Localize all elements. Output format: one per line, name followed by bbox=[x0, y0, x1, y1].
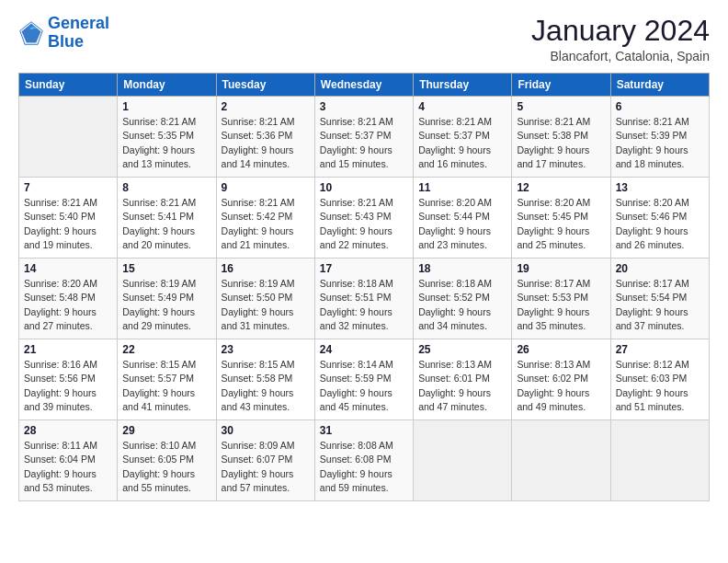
day-info: Sunrise: 8:10 AMSunset: 6:05 PMDaylight:… bbox=[122, 439, 210, 495]
calendar-cell bbox=[19, 97, 118, 178]
day-number: 26 bbox=[517, 343, 605, 356]
day-number: 22 bbox=[122, 343, 210, 356]
calendar-week-5: 28Sunrise: 8:11 AMSunset: 6:04 PMDayligh… bbox=[19, 420, 710, 501]
day-info: Sunrise: 8:11 AMSunset: 6:04 PMDaylight:… bbox=[24, 439, 112, 495]
calendar-week-4: 21Sunrise: 8:16 AMSunset: 5:56 PMDayligh… bbox=[19, 339, 710, 420]
day-info: Sunrise: 8:15 AMSunset: 5:58 PMDaylight:… bbox=[222, 358, 310, 414]
day-number: 17 bbox=[320, 262, 408, 275]
day-number: 8 bbox=[122, 181, 210, 194]
day-number: 11 bbox=[418, 181, 506, 194]
day-info: Sunrise: 8:18 AMSunset: 5:52 PMDaylight:… bbox=[418, 277, 506, 333]
day-info: Sunrise: 8:21 AMSunset: 5:37 PMDaylight:… bbox=[320, 115, 408, 171]
day-info: Sunrise: 8:17 AMSunset: 5:54 PMDaylight:… bbox=[616, 277, 704, 333]
day-info: Sunrise: 8:13 AMSunset: 6:02 PMDaylight:… bbox=[517, 358, 605, 414]
calendar-cell bbox=[610, 420, 709, 501]
weekday-header-tuesday: Tuesday bbox=[216, 74, 314, 97]
day-number: 10 bbox=[320, 181, 408, 194]
location: Blancafort, Catalonia, Spain bbox=[531, 49, 710, 63]
day-info: Sunrise: 8:21 AMSunset: 5:41 PMDaylight:… bbox=[122, 196, 210, 252]
day-number: 31 bbox=[320, 424, 408, 437]
day-number: 29 bbox=[122, 424, 210, 437]
day-number: 23 bbox=[222, 343, 310, 356]
page: General Blue January 2024 Blancafort, Ca… bbox=[0, 0, 728, 563]
calendar-cell: 7Sunrise: 8:21 AMSunset: 5:40 PMDaylight… bbox=[19, 178, 118, 259]
calendar-cell: 17Sunrise: 8:18 AMSunset: 5:51 PMDayligh… bbox=[314, 259, 413, 339]
day-number: 20 bbox=[616, 262, 704, 275]
weekday-header-monday: Monday bbox=[118, 74, 216, 97]
calendar-cell: 27Sunrise: 8:12 AMSunset: 6:03 PMDayligh… bbox=[610, 339, 709, 420]
month-title: January 2024 bbox=[531, 15, 710, 47]
calendar-cell: 24Sunrise: 8:14 AMSunset: 5:59 PMDayligh… bbox=[314, 339, 413, 420]
calendar-cell: 30Sunrise: 8:09 AMSunset: 6:07 PMDayligh… bbox=[216, 420, 314, 501]
weekday-header-saturday: Saturday bbox=[610, 74, 709, 97]
day-info: Sunrise: 8:21 AMSunset: 5:40 PMDaylight:… bbox=[24, 196, 112, 252]
calendar-cell: 3Sunrise: 8:21 AMSunset: 5:37 PMDaylight… bbox=[314, 97, 413, 178]
weekday-header-sunday: Sunday bbox=[19, 74, 118, 97]
day-info: Sunrise: 8:12 AMSunset: 6:03 PMDaylight:… bbox=[616, 358, 704, 414]
day-number: 25 bbox=[418, 343, 506, 356]
day-number: 19 bbox=[517, 262, 605, 275]
weekday-header-wednesday: Wednesday bbox=[314, 74, 413, 97]
day-number: 30 bbox=[222, 424, 310, 437]
calendar-cell: 10Sunrise: 8:21 AMSunset: 5:43 PMDayligh… bbox=[314, 178, 413, 259]
day-info: Sunrise: 8:08 AMSunset: 6:08 PMDaylight:… bbox=[320, 439, 408, 495]
title-block: January 2024 Blancafort, Catalonia, Spai… bbox=[531, 15, 710, 63]
day-info: Sunrise: 8:14 AMSunset: 5:59 PMDaylight:… bbox=[320, 358, 408, 414]
day-info: Sunrise: 8:16 AMSunset: 5:56 PMDaylight:… bbox=[24, 358, 112, 414]
day-number: 13 bbox=[616, 181, 704, 194]
svg-marker-0 bbox=[22, 23, 41, 42]
day-number: 12 bbox=[517, 181, 605, 194]
calendar-cell: 21Sunrise: 8:16 AMSunset: 5:56 PMDayligh… bbox=[19, 339, 118, 420]
calendar: SundayMondayTuesdayWednesdayThursdayFrid… bbox=[18, 73, 710, 501]
calendar-cell: 8Sunrise: 8:21 AMSunset: 5:41 PMDaylight… bbox=[118, 178, 216, 259]
day-info: Sunrise: 8:21 AMSunset: 5:35 PMDaylight:… bbox=[122, 115, 210, 171]
day-number: 21 bbox=[24, 343, 112, 356]
calendar-cell: 18Sunrise: 8:18 AMSunset: 5:52 PMDayligh… bbox=[414, 259, 512, 339]
day-number: 14 bbox=[24, 262, 112, 275]
calendar-week-2: 7Sunrise: 8:21 AMSunset: 5:40 PMDaylight… bbox=[19, 178, 710, 259]
calendar-cell: 12Sunrise: 8:20 AMSunset: 5:45 PMDayligh… bbox=[512, 178, 610, 259]
day-info: Sunrise: 8:21 AMSunset: 5:39 PMDaylight:… bbox=[616, 115, 704, 171]
day-number: 4 bbox=[418, 100, 506, 113]
day-number: 27 bbox=[616, 343, 704, 356]
day-info: Sunrise: 8:09 AMSunset: 6:07 PMDaylight:… bbox=[222, 439, 310, 495]
day-number: 18 bbox=[418, 262, 506, 275]
calendar-cell: 9Sunrise: 8:21 AMSunset: 5:42 PMDaylight… bbox=[216, 178, 314, 259]
calendar-cell: 29Sunrise: 8:10 AMSunset: 6:05 PMDayligh… bbox=[118, 420, 216, 501]
calendar-cell: 23Sunrise: 8:15 AMSunset: 5:58 PMDayligh… bbox=[216, 339, 314, 420]
calendar-cell bbox=[414, 420, 512, 501]
day-number: 6 bbox=[616, 100, 704, 113]
day-info: Sunrise: 8:18 AMSunset: 5:51 PMDaylight:… bbox=[320, 277, 408, 333]
logo-line1: General bbox=[48, 14, 109, 32]
calendar-header: SundayMondayTuesdayWednesdayThursdayFrid… bbox=[19, 74, 710, 97]
day-info: Sunrise: 8:21 AMSunset: 5:43 PMDaylight:… bbox=[320, 196, 408, 252]
day-number: 3 bbox=[320, 100, 408, 113]
calendar-cell: 15Sunrise: 8:19 AMSunset: 5:49 PMDayligh… bbox=[118, 259, 216, 339]
day-info: Sunrise: 8:17 AMSunset: 5:53 PMDaylight:… bbox=[517, 277, 605, 333]
calendar-cell: 13Sunrise: 8:20 AMSunset: 5:46 PMDayligh… bbox=[610, 178, 709, 259]
calendar-cell: 5Sunrise: 8:21 AMSunset: 5:38 PMDaylight… bbox=[512, 97, 610, 178]
logo: General Blue bbox=[18, 15, 109, 52]
calendar-cell: 4Sunrise: 8:21 AMSunset: 5:37 PMDaylight… bbox=[414, 97, 512, 178]
calendar-cell: 1Sunrise: 8:21 AMSunset: 5:35 PMDaylight… bbox=[118, 97, 216, 178]
day-info: Sunrise: 8:15 AMSunset: 5:57 PMDaylight:… bbox=[122, 358, 210, 414]
logo-line2: Blue bbox=[48, 32, 84, 51]
logo-icon bbox=[18, 20, 44, 46]
weekday-row: SundayMondayTuesdayWednesdayThursdayFrid… bbox=[19, 74, 710, 97]
calendar-week-3: 14Sunrise: 8:20 AMSunset: 5:48 PMDayligh… bbox=[19, 259, 710, 339]
weekday-header-friday: Friday bbox=[512, 74, 610, 97]
calendar-cell: 14Sunrise: 8:20 AMSunset: 5:48 PMDayligh… bbox=[19, 259, 118, 339]
calendar-cell: 20Sunrise: 8:17 AMSunset: 5:54 PMDayligh… bbox=[610, 259, 709, 339]
day-number: 16 bbox=[222, 262, 310, 275]
calendar-cell: 22Sunrise: 8:15 AMSunset: 5:57 PMDayligh… bbox=[118, 339, 216, 420]
calendar-cell: 6Sunrise: 8:21 AMSunset: 5:39 PMDaylight… bbox=[610, 97, 709, 178]
day-number: 9 bbox=[222, 181, 310, 194]
calendar-cell bbox=[512, 420, 610, 501]
calendar-cell: 2Sunrise: 8:21 AMSunset: 5:36 PMDaylight… bbox=[216, 97, 314, 178]
day-info: Sunrise: 8:21 AMSunset: 5:42 PMDaylight:… bbox=[222, 196, 310, 252]
day-number: 15 bbox=[122, 262, 210, 275]
day-info: Sunrise: 8:20 AMSunset: 5:45 PMDaylight:… bbox=[517, 196, 605, 252]
day-info: Sunrise: 8:21 AMSunset: 5:36 PMDaylight:… bbox=[222, 115, 310, 171]
calendar-cell: 28Sunrise: 8:11 AMSunset: 6:04 PMDayligh… bbox=[19, 420, 118, 501]
day-number: 24 bbox=[320, 343, 408, 356]
